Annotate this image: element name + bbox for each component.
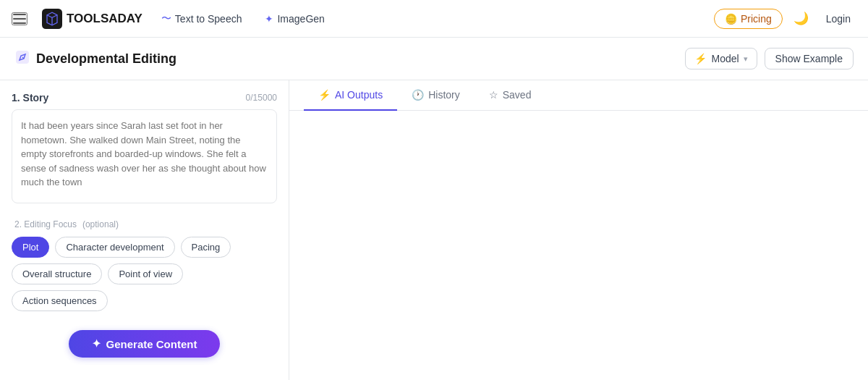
ai-outputs-tab-icon: ⚡ [318, 89, 331, 101]
tabs-bar: ⚡AI Outputs🕐History☆Saved [289, 80, 868, 111]
edit-icon [14, 49, 30, 69]
focus-label-text: 2. Editing Focus [14, 219, 77, 229]
tag-character-development[interactable]: Character development [55, 237, 174, 258]
story-textarea[interactable] [12, 109, 277, 203]
focus-label-row: 2. Editing Focus (optional) [12, 218, 277, 229]
saved-tab-label: Saved [503, 89, 532, 101]
logo-icon [42, 9, 62, 29]
tag-point-of-view[interactable]: Point of view [108, 263, 183, 284]
logo[interactable]: TOOLSADAY [42, 9, 142, 29]
tab-content-area [289, 111, 868, 380]
main-layout: 1. Story 0/15000 2. Editing Focus (optio… [0, 80, 868, 380]
tab-saved[interactable]: ☆Saved [475, 80, 546, 111]
story-section: 1. Story 0/15000 [12, 92, 277, 206]
sparkle-icon: ✦ [265, 13, 273, 25]
waveform-icon: 〜 [161, 12, 171, 25]
story-char-count: 0/15000 [246, 93, 277, 103]
page-title: Developmental Editing [14, 49, 176, 69]
generate-icon: ✦ [92, 337, 101, 350]
chevron-down-icon: ▾ [744, 54, 748, 64]
pricing-button[interactable]: 🪙 Pricing [714, 9, 783, 29]
generate-bar: ✦ Generate Content [12, 323, 277, 358]
logo-text: TOOLSADAY [67, 12, 142, 26]
nav-link-imagegen-label: ImageGen [277, 13, 324, 25]
tags-container: PlotCharacter developmentPacingOverall s… [12, 237, 277, 311]
generate-label: Generate Content [106, 338, 197, 350]
ai-outputs-tab-label: AI Outputs [335, 89, 383, 101]
saved-tab-icon: ☆ [489, 89, 498, 101]
tag-overall-structure[interactable]: Overall structure [12, 263, 102, 284]
focus-optional-text: (optional) [82, 219, 119, 229]
navbar: TOOLSADAY 〜 Text to Speech ✦ ImageGen 🪙 … [0, 0, 868, 38]
hamburger-button[interactable] [12, 12, 27, 25]
story-label: 1. Story [12, 92, 48, 104]
story-label-row: 1. Story 0/15000 [12, 92, 277, 104]
page-header: Developmental Editing ⚡ Model ▾ Show Exa… [0, 38, 868, 80]
model-button[interactable]: ⚡ Model ▾ [685, 48, 757, 69]
dark-mode-toggle[interactable]: 🌙 [790, 7, 813, 30]
history-tab-label: History [428, 89, 460, 101]
tab-history[interactable]: 🕐History [397, 80, 475, 111]
tag-action-sequences[interactable]: Action sequences [12, 290, 108, 311]
page-title-text: Developmental Editing [36, 51, 176, 67]
tag-plot[interactable]: Plot [12, 237, 49, 258]
history-tab-icon: 🕐 [412, 89, 424, 101]
left-panel: 1. Story 0/15000 2. Editing Focus (optio… [0, 80, 289, 380]
nav-link-tts-label: Text to Speech [175, 13, 242, 25]
show-example-button[interactable]: Show Example [765, 48, 854, 69]
generate-button[interactable]: ✦ Generate Content [69, 330, 221, 358]
coin-icon: 🪙 [725, 13, 737, 25]
pricing-label: Pricing [741, 13, 772, 25]
model-label: Model [711, 53, 739, 64]
nav-link-imagegen[interactable]: ✦ ImageGen [260, 10, 328, 28]
nav-left: TOOLSADAY 〜 Text to Speech ✦ ImageGen [12, 9, 699, 29]
login-button[interactable]: Login [820, 10, 856, 28]
tab-ai-outputs[interactable]: ⚡AI Outputs [304, 80, 397, 111]
page-header-right: ⚡ Model ▾ Show Example [685, 48, 854, 69]
nav-link-tts[interactable]: 〜 Text to Speech [157, 9, 247, 28]
bolt-icon: ⚡ [694, 53, 707, 64]
right-panel: ⚡AI Outputs🕐History☆Saved [289, 80, 868, 380]
tag-pacing[interactable]: Pacing [181, 237, 231, 258]
nav-right: 🪙 Pricing 🌙 Login [714, 7, 856, 30]
editing-focus-section: 2. Editing Focus (optional) PlotCharacte… [12, 218, 277, 311]
